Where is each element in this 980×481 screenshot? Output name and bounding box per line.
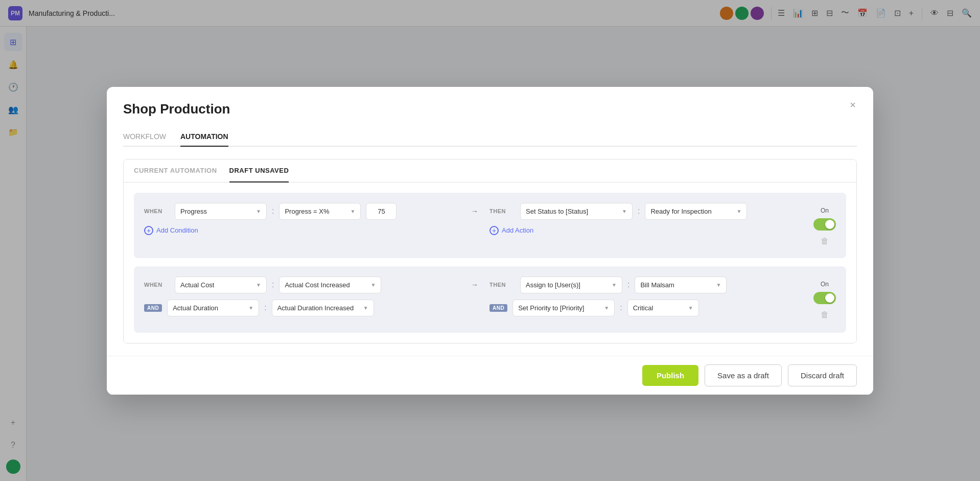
rule1-add-action-row: + Add Action	[489, 226, 805, 235]
rule2-when-field2-select[interactable]: Actual Duration ▼	[167, 300, 259, 316]
rule2-controls: On 🗑	[813, 277, 836, 322]
rule1-add-action-button[interactable]: + Add Action	[489, 226, 533, 235]
rule1-then-value-select[interactable]: Ready for Inspection ▼	[645, 203, 747, 220]
rule-when-block-1: WHEN Progress ▼ : Progress = X% ▼	[144, 203, 460, 235]
rule1-when-operator-select[interactable]: Progress = X% ▼	[279, 203, 361, 220]
colon-sep: :	[272, 207, 274, 216]
rule1-toggle[interactable]	[813, 218, 836, 231]
rule2-when-row2: AND Actual Duration ▼ : Actual Duration …	[144, 300, 460, 316]
colon-sep: :	[272, 280, 274, 289]
plus-circle-icon: +	[144, 226, 153, 235]
rule1-add-condition-button[interactable]: + Add Condition	[144, 226, 198, 235]
sub-tab-current[interactable]: CURRENT AUTOMATION	[134, 159, 217, 182]
chevron-down-icon: ▼	[604, 305, 609, 311]
chevron-down-icon: ▼	[737, 209, 742, 214]
chevron-down-icon: ▼	[351, 209, 356, 214]
save-draft-button[interactable]: Save as a draft	[705, 364, 782, 386]
rule1-delete-button[interactable]: 🗑	[819, 235, 831, 248]
rule-then-block-2: THEN Assign to [User(s)] ▼ : Bill Malsam…	[489, 277, 805, 323]
automation-sub-tabs: CURRENT AUTOMATION DRAFT UNSAVED	[124, 159, 856, 182]
rule-when-row-1: WHEN Progress ▼ : Progress = X% ▼	[144, 203, 460, 220]
plus-circle-icon: +	[489, 226, 499, 235]
then-label-2: THEN	[489, 282, 515, 288]
rule2-when-operator1-select[interactable]: Actual Cost Increased ▼	[279, 277, 381, 293]
modal-header: Shop Production WORKFLOW AUTOMATION ×	[107, 87, 873, 147]
rule2-then-action2-select[interactable]: Set Priority to [Priority] ▼	[512, 300, 615, 316]
rule1-add-condition-row: + Add Condition	[144, 226, 460, 235]
rule2-toggle-track	[813, 292, 836, 304]
publish-button[interactable]: Publish	[642, 365, 698, 386]
rule2-then-row2: AND Set Priority to [Priority] ▼ : Criti…	[489, 300, 805, 316]
modal-title: Shop Production	[123, 101, 857, 117]
rule1-arrow: →	[468, 203, 481, 215]
rule2-then-action1-select[interactable]: Assign to [User(s)] ▼	[520, 277, 622, 293]
rule1-toggle-track	[813, 218, 836, 231]
discard-draft-button[interactable]: Discard draft	[788, 364, 857, 386]
rule1-when-value-input[interactable]	[366, 203, 396, 220]
rule2-and-badge: AND	[144, 304, 162, 312]
rule2-when-field1-select[interactable]: Actual Cost ▼	[175, 277, 267, 293]
rule1-controls: On 🗑	[813, 203, 836, 248]
modal-footer: Publish Save as a draft Discard draft	[107, 356, 873, 395]
sub-tab-draft[interactable]: DRAFT UNSAVED	[229, 159, 289, 182]
automation-panel: CURRENT AUTOMATION DRAFT UNSAVED WHEN	[123, 159, 857, 343]
rules-container: WHEN Progress ▼ : Progress = X% ▼	[124, 182, 856, 343]
rule2-delete-button[interactable]: 🗑	[819, 308, 831, 322]
rule-block-2: WHEN Actual Cost ▼ : Actual Cost Increas…	[134, 266, 846, 333]
chevron-down-icon: ▼	[622, 209, 627, 214]
rule-row-1: WHEN Progress ▼ : Progress = X% ▼	[144, 203, 836, 248]
chevron-down-icon: ▼	[716, 282, 721, 288]
colon-sep: :	[627, 280, 629, 289]
colon-sep: :	[620, 303, 622, 312]
rule2-when-operator2-select[interactable]: Actual Duration Increased ▼	[272, 300, 374, 316]
chevron-down-icon: ▼	[363, 305, 368, 311]
rule1-when-field1-select[interactable]: Progress ▼	[175, 203, 267, 220]
rule2-toggle-thumb	[825, 293, 834, 303]
rule1-then-action-select[interactable]: Set Status to [Status] ▼	[520, 203, 633, 220]
rule2-then-row1: THEN Assign to [User(s)] ▼ : Bill Malsam…	[489, 277, 805, 293]
rule1-toggle-label: On	[821, 207, 829, 214]
rule-row-2: WHEN Actual Cost ▼ : Actual Cost Increas…	[144, 277, 836, 323]
rule2-then-value1-select[interactable]: Bill Malsam ▼	[635, 277, 727, 293]
chevron-down-icon: ▼	[371, 282, 376, 288]
tab-automation[interactable]: AUTOMATION	[180, 127, 228, 147]
chevron-down-icon: ▼	[256, 282, 261, 288]
tab-workflow[interactable]: WORKFLOW	[123, 127, 166, 147]
when-label-2: WHEN	[144, 282, 170, 288]
colon-sep: :	[264, 303, 266, 312]
rule2-and-badge2: AND	[489, 304, 507, 312]
colon-sep: :	[638, 207, 640, 216]
when-label-1: WHEN	[144, 208, 170, 214]
modal-tabs: WORKFLOW AUTOMATION	[123, 127, 857, 147]
modal-close-button[interactable]: ×	[845, 97, 861, 113]
rule-then-row-1: THEN Set Status to [Status] ▼ : Ready fo…	[489, 203, 805, 220]
modal-overlay: Shop Production WORKFLOW AUTOMATION × CU…	[0, 0, 980, 481]
chevron-down-icon: ▼	[612, 282, 617, 288]
modal-body: CURRENT AUTOMATION DRAFT UNSAVED WHEN	[107, 147, 873, 356]
rule2-when-row1: WHEN Actual Cost ▼ : Actual Cost Increas…	[144, 277, 460, 293]
rule2-then-value2-select[interactable]: Critical ▼	[627, 300, 699, 316]
rule-block-1: WHEN Progress ▼ : Progress = X% ▼	[134, 193, 846, 258]
rule2-toggle[interactable]	[813, 292, 836, 304]
rule-when-block-2: WHEN Actual Cost ▼ : Actual Cost Increas…	[144, 277, 460, 323]
rule1-toggle-thumb	[825, 220, 834, 229]
then-label-1: THEN	[489, 208, 515, 214]
chevron-down-icon: ▼	[688, 305, 693, 311]
rule-then-block-1: THEN Set Status to [Status] ▼ : Ready fo…	[489, 203, 805, 235]
modal: Shop Production WORKFLOW AUTOMATION × CU…	[107, 87, 873, 395]
chevron-down-icon: ▼	[248, 305, 253, 311]
rule2-arrow: →	[468, 277, 481, 289]
chevron-down-icon: ▼	[256, 209, 261, 214]
rule2-toggle-label: On	[821, 281, 829, 288]
